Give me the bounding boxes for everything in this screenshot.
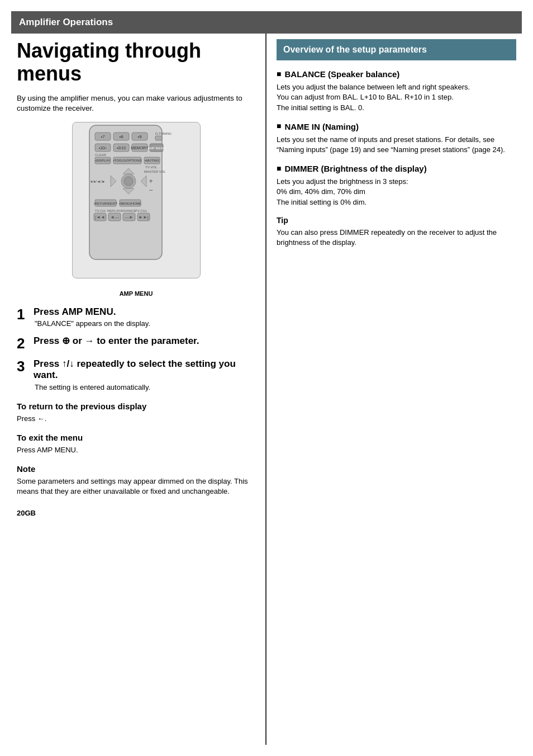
step-3-number: 3 xyxy=(17,358,29,375)
step-2-title: Press ⊕ or → to enter the parameter. xyxy=(34,336,255,347)
svg-text:|◄◄: |◄◄ xyxy=(95,215,105,220)
svg-text:CLEAR: CLEAR xyxy=(95,153,107,157)
svg-text:TV CH+: TV CH+ xyxy=(135,209,147,212)
section-exit-heading: To exit the menu xyxy=(17,432,255,443)
svg-text:REPLAY: REPLAY xyxy=(107,209,120,212)
tip-title: Tip xyxy=(277,215,516,226)
page: Amplifier Operations Navigating through … xyxy=(0,0,533,756)
step-1-number: 1 xyxy=(17,306,29,323)
step-3: 3 Press ↑/↓ repeatedly to select the set… xyxy=(17,358,255,393)
svg-text:+: + xyxy=(149,177,153,185)
header-band: Amplifier Operations xyxy=(11,11,522,34)
section-note-body: Some parameters and settings may appear … xyxy=(17,476,255,497)
step-2-content: Press ⊕ or → to enter the parameter. xyxy=(34,336,255,347)
remote-svg: •7 •8 •9 D.TUNING •10/- •0/10 MEMORY xyxy=(73,122,184,268)
svg-text:ADVANCE: ADVANCE xyxy=(120,209,136,212)
step-1-desc: "BALANCE" appears on the display. xyxy=(34,319,255,329)
tip-body: You can also press DIMMER repeatedly on … xyxy=(277,228,516,248)
left-column: Navigating through menus By using the am… xyxy=(11,34,266,745)
two-column-layout: Navigating through menus By using the am… xyxy=(11,34,522,745)
step-3-desc: The setting is entered automatically. xyxy=(34,382,255,393)
svg-rect-8 xyxy=(155,136,162,140)
svg-text:•MENU/HOME: •MENU/HOME xyxy=(119,202,141,205)
svg-text:♦/♦/◄/►: ♦/♦/◄/► xyxy=(91,179,106,183)
svg-text:•RETURN/EXIT: •RETURN/EXIT xyxy=(93,202,117,205)
step-2-number: 2 xyxy=(17,336,29,352)
svg-text:MEMORY: MEMORY xyxy=(131,146,149,150)
header-label: Amplifier Operations xyxy=(19,17,113,27)
param-balance-body: Lets you adjust the balance between left… xyxy=(277,82,516,113)
svg-text:►►|: ►►| xyxy=(139,215,149,220)
svg-point-31 xyxy=(124,177,133,186)
svg-text:MASTER VOL: MASTER VOL xyxy=(144,170,166,173)
svg-text:•7: •7 xyxy=(101,134,105,139)
amp-menu-label: AMP MENU xyxy=(17,290,255,298)
svg-text:•MUTING: •MUTING xyxy=(145,159,159,162)
right-column: Overview of the setup parameters BALANCE… xyxy=(266,34,522,745)
param-dimmer-body: Lets you adjust the brightness in 3 step… xyxy=(277,177,516,207)
right-column-header: Overview of the setup parameters xyxy=(277,39,516,60)
step-1: 1 Press AMP MENU. "BALANCE" appears on t… xyxy=(17,306,255,329)
page-number: 20GB xyxy=(17,508,255,518)
section-return-heading: To return to the previous display xyxy=(17,400,255,412)
step-1-title: Press AMP MENU. xyxy=(34,306,255,318)
intro-text: By using the amplifier menus, you can ma… xyxy=(17,93,255,115)
step-1-content: Press AMP MENU. "BALANCE" appears on the… xyxy=(34,306,255,329)
section-exit-body: Press AMP MENU. xyxy=(17,445,255,455)
svg-text:•TOOLS/OPTIONS: •TOOLS/OPTIONS xyxy=(113,159,141,162)
svg-text:•0/10: •0/10 xyxy=(116,146,125,150)
svg-text:D.TUNING: D.TUNING xyxy=(155,132,172,135)
param-namein-body: Lets you set the name of inputs and pres… xyxy=(277,135,516,155)
section-note-heading: Note xyxy=(17,463,255,475)
svg-text:•DISPLAY: •DISPLAY xyxy=(95,159,110,162)
svg-text:•8: •8 xyxy=(119,134,123,139)
svg-text:•9: •9 xyxy=(137,134,142,139)
page-title: Navigating through menus xyxy=(17,39,255,86)
param-dimmer-title: DIMMER (Brightness of the display) xyxy=(277,163,516,174)
param-balance-title: BALANCE (Speaker balance) xyxy=(277,68,516,80)
section-return-body: Press ←. xyxy=(17,414,255,424)
step-2: 2 Press ⊕ or → to enter the parameter. xyxy=(17,336,255,352)
param-namein-title: NAME IN (Naming) xyxy=(277,121,516,133)
svg-text:−: − xyxy=(149,186,153,194)
svg-text:•10/-: •10/- xyxy=(98,146,107,150)
step-3-content: Press ↑/↓ repeatedly to select the setti… xyxy=(34,358,255,393)
svg-text:—►: —► xyxy=(125,215,134,220)
svg-text:◄—: ◄— xyxy=(110,215,119,220)
remote-diagram: •7 •8 •9 D.TUNING •10/- •0/10 MEMORY xyxy=(72,122,201,278)
svg-text:TV VOL: TV VOL xyxy=(145,166,158,169)
svg-text:TV CH-: TV CH- xyxy=(95,209,106,212)
step-3-title: Press ↑/↓ repeatedly to select the setti… xyxy=(34,358,255,381)
svg-text:AMP MENU: AMP MENU xyxy=(147,147,165,150)
